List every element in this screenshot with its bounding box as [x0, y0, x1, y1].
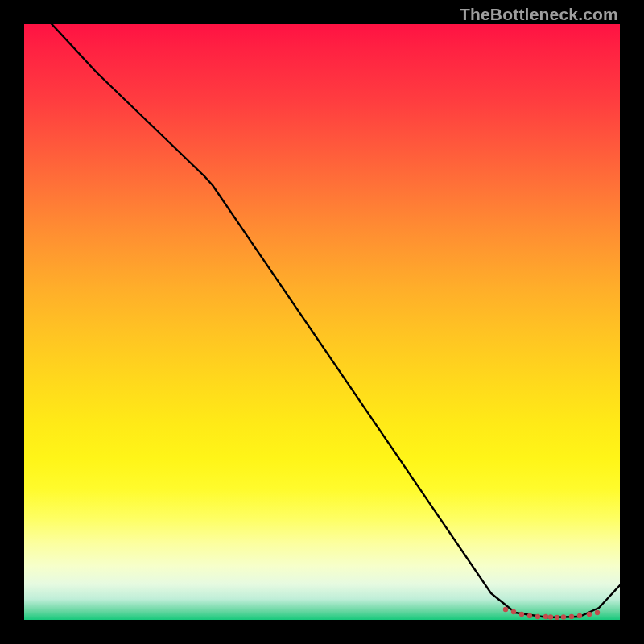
marker-dot	[527, 613, 532, 618]
chart-frame: TheBottleneck.com	[0, 0, 644, 644]
marker-dot	[503, 607, 508, 612]
marker-dot	[519, 612, 524, 617]
marker-dot	[548, 614, 553, 619]
watermark-text: TheBottleneck.com	[460, 5, 618, 24]
marker-dot	[595, 610, 600, 615]
marker-dot	[511, 609, 516, 614]
main-curve	[24, 24, 620, 617]
marker-dot	[577, 613, 582, 618]
marker-dot	[561, 614, 566, 619]
marker-dot	[569, 614, 574, 619]
marker-dot	[587, 612, 592, 617]
marker-dot	[555, 615, 559, 620]
marker-dot	[535, 614, 540, 619]
plot-area	[24, 24, 620, 620]
marker-dot	[543, 614, 548, 619]
chart-svg	[24, 24, 620, 620]
